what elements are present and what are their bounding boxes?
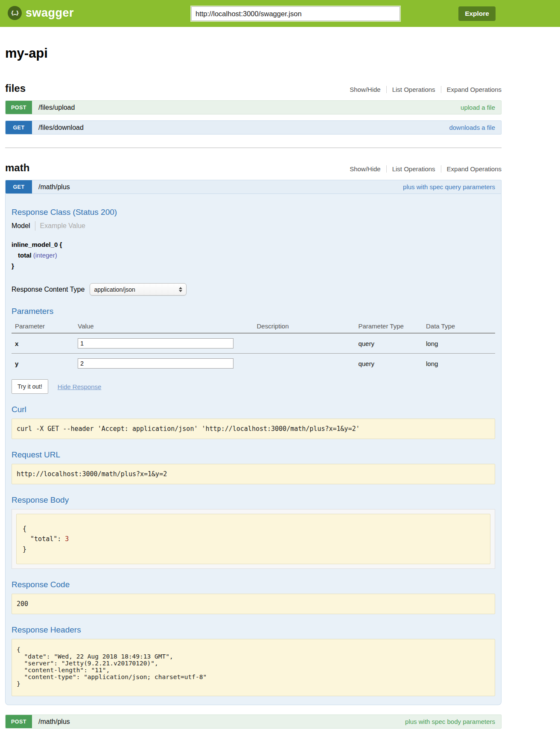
endpoint-path[interactable]: /files/upload bbox=[32, 101, 75, 114]
model-signature: inline_model_0 { total (integer) } bbox=[12, 239, 495, 271]
show-hide-link[interactable]: Show/Hide bbox=[344, 86, 386, 93]
endpoint-summary[interactable]: downloads a file bbox=[449, 121, 501, 134]
explore-button[interactable]: Explore bbox=[458, 6, 496, 21]
files-section-header: files Show/Hide List Operations Expand O… bbox=[5, 82, 502, 94]
model-tabs: Model Example Value bbox=[12, 221, 495, 231]
endpoint-row-post-files-upload[interactable]: POST /files/upload upload a file bbox=[5, 100, 502, 114]
response-headers-box: { "date": "Wed, 22 Aug 2018 18:49:13 GMT… bbox=[12, 639, 495, 696]
header-bar: {…} swagger Explore bbox=[0, 0, 560, 27]
request-url-title: Request URL bbox=[12, 450, 495, 460]
curl-title: Curl bbox=[12, 405, 495, 414]
tab-divider bbox=[35, 221, 35, 231]
response-body-title: Response Body bbox=[12, 495, 495, 505]
files-section-title: files bbox=[5, 82, 26, 94]
param-data-type: long bbox=[423, 354, 495, 374]
api-url-input[interactable] bbox=[191, 6, 400, 21]
page-title: my-api bbox=[5, 46, 502, 61]
tab-example-value[interactable]: Example Value bbox=[40, 222, 85, 230]
endpoint-path[interactable]: /math/plus bbox=[32, 715, 70, 728]
post-method-badge: POST bbox=[6, 715, 32, 728]
endpoint-summary[interactable]: plus with spec query parameters bbox=[403, 180, 501, 193]
request-url-box: http://localhost:3000/math/plus?x=1&y=2 bbox=[12, 464, 495, 484]
math-section-header: math Show/Hide List Operations Expand Op… bbox=[5, 162, 502, 174]
param-value-input-y[interactable] bbox=[78, 358, 233, 369]
brand-title: swagger bbox=[26, 6, 74, 20]
response-body-box: { "total": 3} bbox=[16, 514, 490, 564]
select-caret-icon bbox=[179, 287, 182, 292]
hide-response-link[interactable]: Hide Response bbox=[58, 383, 102, 390]
post-method-badge: POST bbox=[6, 101, 32, 114]
param-data-type: long bbox=[423, 333, 495, 354]
response-headers-title: Response Headers bbox=[12, 625, 495, 635]
endpoint-summary[interactable]: upload a file bbox=[461, 101, 501, 114]
show-hide-link[interactable]: Show/Hide bbox=[344, 165, 386, 173]
response-content-type-row: Response Content Type application/json bbox=[12, 283, 495, 296]
response-body-outer: { "total": 3} bbox=[12, 509, 495, 569]
try-it-out-button[interactable]: Try it out! bbox=[12, 379, 48, 394]
param-description bbox=[254, 354, 355, 374]
expand-operations-link[interactable]: Expand Operations bbox=[441, 86, 502, 93]
response-code-box: 200 bbox=[12, 594, 495, 614]
get-method-badge: GET bbox=[6, 121, 32, 134]
endpoint-row-get-math-plus[interactable]: GET /math/plus plus with spec query para… bbox=[5, 180, 502, 194]
response-class-title: Response Class (Status 200) bbox=[12, 208, 495, 217]
endpoint-summary[interactable]: plus with spec body parameters bbox=[405, 715, 501, 728]
try-row: Try it out! Hide Response bbox=[12, 379, 495, 394]
swagger-logo-icon: {…} bbox=[8, 6, 22, 20]
endpoint-path[interactable]: /math/plus bbox=[32, 180, 70, 193]
param-row-y: y query long bbox=[12, 354, 495, 374]
curl-command-box: curl -X GET --header 'Accept: applicatio… bbox=[12, 419, 495, 439]
response-content-type-select[interactable]: application/json bbox=[90, 283, 187, 296]
param-name: y bbox=[12, 354, 74, 374]
endpoint-row-post-math-plus[interactable]: POST /math/plus plus with spec body para… bbox=[5, 715, 502, 729]
param-type: query bbox=[355, 354, 423, 374]
param-value-input-x[interactable] bbox=[78, 338, 233, 348]
operation-expanded-content: Response Class (Status 200) Model Exampl… bbox=[5, 194, 502, 705]
col-header-data-type: Data Type bbox=[423, 320, 495, 333]
param-name: x bbox=[12, 333, 74, 354]
list-operations-link[interactable]: List Operations bbox=[386, 86, 441, 93]
expand-operations-link[interactable]: Expand Operations bbox=[441, 165, 502, 173]
math-section-title: math bbox=[5, 162, 29, 174]
response-code-title: Response Code bbox=[12, 580, 495, 589]
section-divider bbox=[5, 147, 502, 148]
swagger-brand: {…} swagger bbox=[8, 6, 74, 20]
get-method-badge: GET bbox=[6, 180, 32, 193]
parameters-title: Parameters bbox=[12, 307, 495, 316]
col-header-parameter-type: Parameter Type bbox=[355, 320, 423, 333]
param-row-x: x query long bbox=[12, 333, 495, 354]
tab-model[interactable]: Model bbox=[12, 222, 30, 230]
param-type: query bbox=[355, 333, 423, 354]
col-header-value: Value bbox=[74, 320, 253, 333]
list-operations-link[interactable]: List Operations bbox=[386, 165, 441, 173]
response-content-type-label: Response Content Type bbox=[12, 286, 85, 293]
col-header-description: Description bbox=[254, 320, 355, 333]
param-description bbox=[254, 333, 355, 354]
parameters-table: Parameter Value Description Parameter Ty… bbox=[12, 320, 495, 373]
col-header-parameter: Parameter bbox=[12, 320, 74, 333]
endpoint-row-get-files-download[interactable]: GET /files/download downloads a file bbox=[5, 120, 502, 135]
endpoint-path[interactable]: /files/download bbox=[32, 121, 84, 134]
